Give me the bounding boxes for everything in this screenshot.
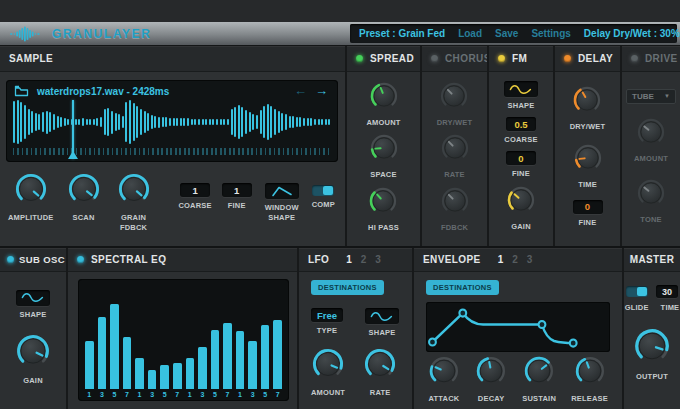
chorus-power-led[interactable] (431, 55, 438, 62)
subosc-gain-knob[interactable]: GAIN (15, 333, 51, 386)
eq-band[interactable]: 1 (236, 287, 245, 398)
preset-name[interactable]: Preset : Grain Fed (359, 28, 445, 39)
fm-power-led[interactable] (498, 55, 505, 62)
save-button[interactable]: Save (495, 28, 518, 39)
chorus-drywet-knob[interactable]: DRY/WET (437, 81, 473, 128)
spread-amount-knob[interactable]: AMOUNT (366, 81, 400, 128)
scan-knob[interactable]: SCAN (67, 172, 101, 233)
drive-power-led[interactable] (631, 55, 638, 62)
lfo-tab-2[interactable]: 2 (361, 254, 367, 265)
eq-band[interactable]: 3 (198, 287, 207, 398)
lfo-rate-knob[interactable]: RATE (363, 347, 397, 398)
playhead-handle[interactable] (68, 151, 78, 159)
eq-band[interactable]: 7 (223, 287, 232, 398)
eq-bar[interactable] (160, 365, 169, 389)
eq-bar[interactable] (273, 320, 282, 389)
attack-knob[interactable]: ATTACK (428, 355, 460, 404)
load-button[interactable]: Load (458, 28, 482, 39)
eq-bar[interactable] (148, 370, 157, 389)
amplitude-knob[interactable]: AMPLITUDE (8, 172, 54, 233)
envelope-point[interactable] (570, 340, 577, 347)
drive-type-dropdown[interactable]: TUBE ▼ (626, 89, 676, 104)
spectral-eq-power-led[interactable] (77, 256, 84, 263)
spread-space-knob[interactable]: SPACE (369, 133, 399, 180)
prev-sample-icon[interactable]: ← (294, 86, 307, 96)
drive-tone-knob[interactable]: TONE (636, 178, 666, 225)
lfo-type-value[interactable]: Free (311, 308, 343, 322)
eq-bar[interactable] (110, 304, 119, 389)
lfo-tab-3[interactable]: 3 (375, 254, 381, 265)
sustain-knob[interactable]: SUSTAIN (522, 355, 556, 404)
waveform-bar (24, 105, 26, 138)
eq-bar[interactable] (236, 331, 245, 389)
delay-fine-value[interactable]: 0 (573, 200, 603, 214)
settings-button[interactable]: Settings (531, 28, 570, 39)
eq-band[interactable]: 7 (123, 287, 132, 398)
decay-knob[interactable]: DECAY (475, 355, 507, 404)
fm-coarse-value[interactable]: 0.5 (506, 117, 536, 131)
eq-band[interactable]: 5 (110, 287, 119, 398)
waveform-display[interactable]: waterdrops17.wav - 2428ms ← → (6, 80, 338, 162)
eq-bar[interactable] (211, 330, 220, 389)
eq-band[interactable]: 3 (98, 287, 107, 398)
fm-shape-selector[interactable] (504, 81, 538, 97)
eq-band[interactable]: 5 (211, 287, 220, 398)
spread-hipass-knob[interactable]: HI PASS (368, 186, 399, 233)
envelope-point[interactable] (459, 310, 466, 317)
eq-bar[interactable] (98, 317, 107, 389)
coarse-value[interactable]: 1 (180, 183, 210, 197)
delay-power-led[interactable] (564, 55, 571, 62)
eq-bar[interactable] (173, 363, 182, 389)
eq-band[interactable]: 1 (135, 287, 144, 398)
envelope-point[interactable] (429, 338, 436, 345)
eq-bar[interactable] (261, 325, 270, 389)
eq-band[interactable]: 7 (173, 287, 182, 398)
envelope-tab-3[interactable]: 3 (527, 254, 533, 265)
eq-bar[interactable] (248, 341, 257, 389)
lfo-destinations-button[interactable]: DESTINATIONS (311, 280, 384, 295)
release-knob[interactable]: RELEASE (571, 355, 608, 404)
eq-band[interactable]: 1 (186, 287, 195, 398)
eq-bar[interactable] (123, 337, 132, 389)
fm-fine-value[interactable]: 0 (506, 151, 536, 165)
master-section: MASTER 30 GLIDE TIME OUTPUT (622, 248, 680, 409)
output-knob[interactable]: OUTPUT (633, 327, 671, 382)
glide-time-value[interactable]: 30 (656, 285, 678, 298)
eq-band[interactable]: 3 (148, 287, 157, 398)
delay-drywet-knob[interactable]: DRY/WET (570, 85, 606, 132)
fine-value[interactable]: 1 (222, 183, 252, 197)
envelope-tab-1[interactable]: 1 (498, 254, 504, 265)
chorus-rate-knob[interactable]: RATE (440, 133, 470, 180)
eq-bar[interactable] (135, 358, 144, 389)
eq-band[interactable]: 5 (160, 287, 169, 398)
delay-time-knob[interactable]: TIME (573, 143, 603, 190)
fm-gain-knob[interactable]: GAIN (506, 185, 536, 232)
grain-feedback-knob[interactable]: GRAIN FDBCK (114, 172, 154, 233)
window-shape-selector[interactable] (265, 183, 299, 199)
lfo-amount-knob[interactable]: AMOUNT (311, 347, 345, 398)
envelope-destinations-button[interactable]: DESTINATIONS (426, 280, 499, 295)
comp-toggle[interactable] (312, 185, 334, 196)
eq-bar[interactable] (186, 358, 195, 389)
eq-bar[interactable] (198, 347, 207, 389)
subosc-shape-selector[interactable] (16, 290, 50, 306)
spread-power-led[interactable] (356, 55, 363, 62)
next-sample-icon[interactable]: → (315, 86, 328, 96)
lfo-tab-1[interactable]: 1 (346, 254, 352, 265)
lfo-shape-selector[interactable] (365, 308, 399, 324)
drive-amount-knob[interactable]: AMOUNT (634, 117, 668, 164)
eq-band[interactable]: 3 (248, 287, 257, 398)
chorus-fdbck-knob[interactable]: FDBCK (440, 186, 470, 233)
envelope-graph[interactable] (426, 302, 610, 352)
envelope-tab-2[interactable]: 2 (512, 254, 518, 265)
spectral-eq-graph[interactable]: 1357135713571357 (78, 279, 289, 401)
load-folder-icon[interactable] (14, 85, 29, 97)
eq-band[interactable]: 1 (85, 287, 94, 398)
eq-band[interactable]: 7 (273, 287, 282, 398)
eq-bar[interactable] (223, 323, 232, 389)
eq-band[interactable]: 5 (261, 287, 270, 398)
subosc-power-led[interactable] (7, 256, 14, 263)
envelope-point[interactable] (539, 321, 546, 328)
eq-bar[interactable] (85, 341, 94, 389)
glide-toggle[interactable] (626, 286, 648, 297)
